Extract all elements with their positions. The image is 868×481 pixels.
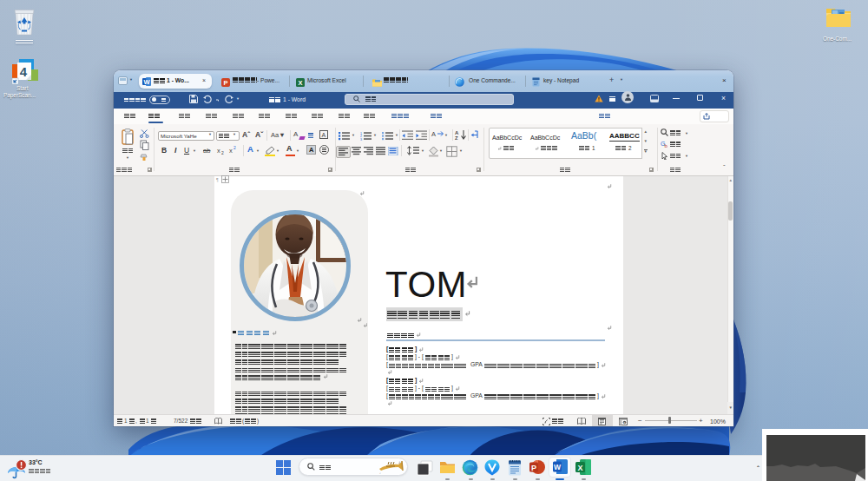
svg-text:X: X — [298, 79, 302, 87]
svg-text:W: W — [143, 78, 150, 86]
svg-text:♩: ♩ — [379, 471, 383, 475]
svg-text:P: P — [223, 79, 227, 87]
svg-text:X: X — [577, 464, 582, 472]
svg-text:b: b — [665, 143, 668, 148]
svg-text:3: 3 — [360, 138, 362, 141]
svg-text:4: 4 — [20, 64, 28, 79]
svg-text:P: P — [531, 464, 536, 472]
svg-text:W: W — [554, 463, 562, 471]
